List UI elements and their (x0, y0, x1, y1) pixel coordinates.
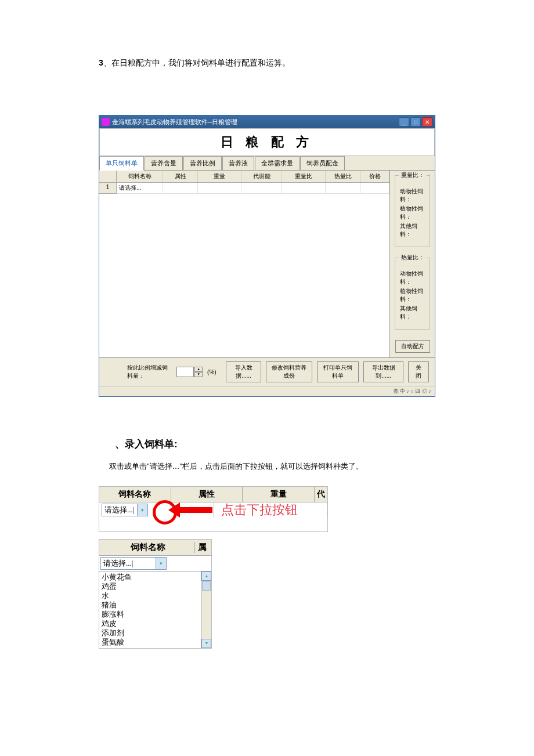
col-attribute: 属性 (163, 171, 198, 182)
cell-feed-name[interactable]: 请选择... (117, 183, 163, 194)
app-window: 金海螺系列毛皮动物养殖管理软件--日粮管理 _ □ ✕ 日 粮 配 方 单只饲料… (99, 115, 435, 397)
weight-animal: 动物性饲料： (400, 187, 425, 204)
snippet1-col-weight: 重量 (243, 487, 315, 502)
feed-select-input[interactable] (102, 504, 137, 516)
tab-keeper-config[interactable]: 饲养员配金 (300, 156, 345, 170)
auto-formula-button[interactable]: 自动配方 (395, 340, 430, 353)
tab-nutrition-content[interactable]: 营养含量 (145, 156, 183, 170)
adjust-percent-input[interactable] (176, 367, 194, 377)
section-description: 双击或单击"请选择…"栏后，点击后面的下拉按钮，就可以选择饲料种类了。 (109, 461, 435, 472)
col-weight: 重量 (198, 171, 241, 182)
col-weight-ratio: 重量比 (282, 171, 326, 182)
window-titlebar[interactable]: 金海螺系列毛皮动物养殖管理软件--日粮管理 _ □ ✕ (99, 115, 435, 128)
modify-nutrition-button[interactable]: 修改饲料营养成份 (266, 361, 312, 382)
scroll-down-button[interactable]: ▾ (201, 639, 211, 648)
export-button[interactable]: 导出数据到...... (363, 361, 403, 382)
spin-up-button[interactable]: ▲ (194, 367, 203, 372)
print-button[interactable]: 打印单只饲料单 (317, 361, 359, 382)
snippet1-col-name: 饲料名称 (99, 487, 171, 502)
minimize-button[interactable]: _ (399, 117, 409, 126)
table-row[interactable]: 1 请选择... (99, 183, 389, 194)
annotation-arrow (178, 507, 212, 513)
option-additive[interactable]: 添加剂 (102, 628, 199, 638)
tab-group-demand[interactable]: 全群需求量 (255, 156, 300, 170)
option-methionine[interactable]: 蛋氨酸 (102, 638, 199, 647)
scroll-thumb[interactable] (202, 581, 211, 591)
grid-header: 饲料名称 属性 重量 代谢能 重量比 热量比 价格 (99, 171, 389, 183)
option-fish[interactable]: 小黄花鱼 (102, 573, 199, 582)
option-egg[interactable]: 鸡蛋 (102, 582, 199, 591)
close-button[interactable]: 关 闭 (408, 361, 429, 382)
step-number: 3 (99, 58, 103, 67)
dropdown-button[interactable]: ▾ (137, 504, 147, 516)
side-panel: 重量比： 动物性饲料： 植物性饲料： 其他饲料： 热量比： 动物性饲料： 植物性… (389, 171, 435, 357)
feed-select-input-2[interactable] (101, 558, 156, 569)
section-title: 、录入饲料单: (115, 437, 435, 451)
col-price: 价格 (360, 171, 389, 182)
tab-bar: 单只饲料单 营养含量 营养比例 营养液 全群需求量 饲养员配金 (99, 156, 435, 171)
tab-feed-single[interactable]: 单只饲料单 (99, 156, 144, 171)
combo-snippet-2: 饲料名称 属 ▾ 小黄花鱼 鸡蛋 水 猪油 膨涨料 鸡皮 添加剂 蛋氨酸 ▴ (99, 539, 212, 649)
adjust-label: 按此比例增减饲料量： (127, 364, 172, 380)
col-heat-ratio: 热量比 (326, 171, 360, 182)
weight-ratio-group: 重量比： 动物性饲料： 植物性饲料： 其他饲料： (395, 175, 430, 247)
heat-ratio-group: 热量比： 动物性饲料： 植物性饲料： 其他饲料： (395, 258, 430, 330)
spin-down-button[interactable]: ▼ (194, 372, 203, 377)
snippet1-col-attr: 属性 (171, 487, 243, 502)
annotation-text: 点击下拉按钮 (221, 501, 298, 519)
option-water[interactable]: 水 (102, 591, 199, 601)
snippet1-col-extra: 代 (315, 487, 327, 502)
close-window-button[interactable]: ✕ (422, 117, 432, 126)
col-feed-name: 饲料名称 (117, 171, 163, 182)
scrollbar[interactable]: ▴ ▾ (201, 571, 211, 648)
page-title: 日 粮 配 方 (99, 128, 435, 156)
weight-other: 其他饲料： (400, 222, 425, 238)
status-bar: 图 中 ♪ ○ 四 ◎ ♪ (99, 386, 435, 396)
dropdown-list[interactable]: 小黄花鱼 鸡蛋 水 猪油 膨涨料 鸡皮 添加剂 蛋氨酸 (99, 571, 201, 648)
heat-animal: 动物性饲料： (400, 270, 425, 286)
tab-nutrition-liquid[interactable]: 营养液 (222, 156, 254, 170)
maximize-button[interactable]: □ (410, 117, 421, 126)
snippet2-col-attr: 属 (195, 542, 209, 553)
heat-other: 其他饲料： (400, 305, 425, 321)
intro-text: 3、在日粮配方中，我们将对饲料单进行配置和运算。 (99, 58, 435, 68)
snippet2-col-name: 饲料名称 (102, 542, 195, 553)
dropdown-button-2[interactable]: ▾ (156, 558, 166, 569)
scroll-up-button[interactable]: ▴ (201, 571, 211, 581)
bottom-bar: 按此比例增减饲料量： ▲ ▼ (%) 导入数据...... 修改饲料营养成份 打… (99, 357, 435, 386)
option-puff[interactable]: 膨涨料 (102, 610, 199, 619)
window-title: 金海螺系列毛皮动物养殖管理软件--日粮管理 (112, 118, 237, 126)
tab-nutrition-ratio[interactable]: 营养比例 (183, 156, 222, 170)
row-number: 1 (99, 183, 117, 194)
combo-snippet-1: 饲料名称 属性 重量 代 ▾ 点击下拉按钮 (99, 486, 328, 532)
feed-grid[interactable]: 饲料名称 属性 重量 代谢能 重量比 热量比 价格 1 请选择... (99, 171, 389, 357)
option-chicken-skin[interactable]: 鸡皮 (102, 619, 199, 628)
weight-plant: 植物性饲料： (400, 205, 425, 221)
heat-plant: 植物性饲料： (400, 287, 425, 303)
percent-unit: (%) (207, 369, 217, 375)
option-lard[interactable]: 猪油 (102, 601, 199, 610)
import-button[interactable]: 导入数据...... (226, 361, 262, 382)
app-icon (102, 118, 110, 126)
col-metabolic-energy: 代谢能 (241, 171, 282, 182)
